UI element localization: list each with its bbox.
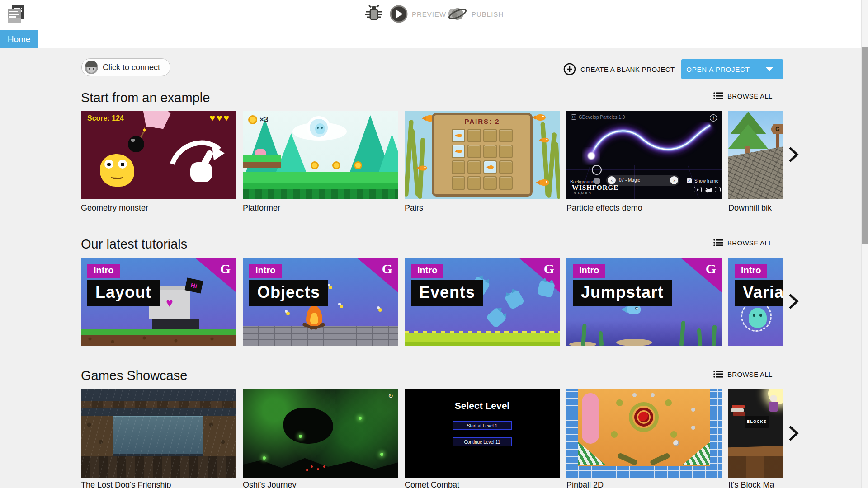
section-title-showcase: Games Showcase xyxy=(81,368,187,383)
fire-shape xyxy=(306,305,322,326)
tutorial-card-layout[interactable]: G ♥ Hi Intro Layout xyxy=(81,258,236,346)
tutorial-card-jumpstart[interactable]: G Intro Jumpstart xyxy=(566,258,722,346)
restart-icon: ↻ xyxy=(388,392,393,399)
example-card-platformer[interactable]: ×3 xyxy=(243,111,398,199)
intro-badge: Intro xyxy=(573,264,605,278)
alien-character xyxy=(315,123,325,134)
score-text: Score: 124 xyxy=(87,114,124,122)
open-project-button[interactable]: OPEN A PROJECT xyxy=(681,59,755,79)
card-label: The Lost Dog's Frienship xyxy=(81,480,171,488)
open-project-split-button: OPEN A PROJECT xyxy=(681,59,783,79)
browse-all-examples[interactable]: BROWSE ALL xyxy=(713,92,773,100)
coin-icon xyxy=(248,115,257,124)
open-project-label: OPEN A PROJECT xyxy=(686,66,750,73)
gdevelop-logo: G xyxy=(382,261,392,277)
tutorial-title: Events xyxy=(411,280,483,306)
card-label: Particle effects demo xyxy=(566,203,642,213)
example-card-geometry-monster[interactable]: Score: 124 ♥♥♥ ✶ xyxy=(81,111,236,199)
rain-overlay xyxy=(81,389,236,478)
card-label: Oshi's Journey xyxy=(243,480,297,488)
youtube-icon xyxy=(694,187,702,192)
goal-sign: G xyxy=(771,124,783,134)
publish-button[interactable]: PUBLISH xyxy=(448,4,504,24)
tutorial-card-objects[interactable]: G Intro Objects xyxy=(243,258,398,346)
create-blank-project-label: CREATE A BLANK PROJECT xyxy=(580,66,675,73)
coin-counter: ×3 xyxy=(248,115,268,124)
card-label: Downhill bik xyxy=(728,203,772,213)
tutorial-card-events[interactable]: G Intro Events xyxy=(405,258,560,346)
tab-home[interactable]: Home xyxy=(0,30,38,48)
wishforge-logo: WISHFORGE xyxy=(572,184,618,192)
preview-button[interactable]: PREVIEW xyxy=(390,4,446,24)
project-manager-button[interactable] xyxy=(5,4,25,23)
carousel-next-examples[interactable] xyxy=(788,146,799,163)
pinball-ball xyxy=(673,440,679,446)
intro-badge: Intro xyxy=(735,264,767,278)
vertical-scrollbar-thumb[interactable] xyxy=(862,47,868,244)
showcase-card-lost-dog[interactable] xyxy=(81,389,236,478)
info-icon: i xyxy=(710,114,717,122)
list-icon xyxy=(713,239,723,247)
showcase-card-pinball[interactable] xyxy=(566,389,722,478)
debug-button[interactable] xyxy=(364,4,383,24)
planet-icon xyxy=(448,5,467,23)
section-title-tutorials: Our latest tutorials xyxy=(81,237,187,252)
knob-control xyxy=(594,178,600,184)
showcase-carousel: ↻ Select Level Start at Level 1 Continue… xyxy=(0,389,783,488)
vertical-scrollbar-track[interactable] xyxy=(861,0,868,488)
carousel-next-showcase[interactable] xyxy=(788,425,799,441)
tutorial-card-variables[interactable]: +1 Intro Variab xyxy=(728,258,783,346)
lives-hearts: ♥♥♥ xyxy=(210,113,231,123)
tutorial-title: Jumpstart xyxy=(573,280,672,306)
showcase-card-comet-combat[interactable]: Select Level Start at Level 1 Continue L… xyxy=(405,389,560,478)
slime-enemy xyxy=(255,149,266,155)
browse-all-tutorials[interactable]: BROWSE ALL xyxy=(713,239,773,247)
particles-watermark: G GDevelop Particles 1.0 xyxy=(571,114,625,120)
bomb-shape xyxy=(128,136,144,152)
preview-label: PREVIEW xyxy=(412,10,446,18)
create-blank-project-button[interactable]: CREATE A BLANK PROJECT xyxy=(563,61,675,77)
play-icon xyxy=(390,5,408,23)
itch-icon xyxy=(715,187,721,192)
plus-circle-icon xyxy=(563,63,576,75)
level-menu-title: Select Level xyxy=(405,400,560,411)
intro-badge: Intro xyxy=(411,264,443,278)
character-head xyxy=(770,395,777,402)
bug-icon xyxy=(364,5,383,23)
tutorials-carousel: G ♥ Hi Intro Layout G Intro Objec xyxy=(0,258,783,346)
intro-badge: Intro xyxy=(87,264,120,278)
browse-all-label: BROWSE ALL xyxy=(727,92,773,100)
show-frame-checkbox: ✓ xyxy=(687,178,692,183)
carousel-next-tutorials[interactable] xyxy=(788,293,799,310)
blocks-sign: BLOCKS xyxy=(745,416,769,428)
showcase-card-oshi[interactable]: ↻ xyxy=(243,389,398,478)
card-label: Platformer xyxy=(243,203,280,213)
avatar-icon xyxy=(85,61,98,74)
connect-button[interactable]: Click to connect xyxy=(81,58,170,76)
card-label: Comet Combat xyxy=(405,480,459,488)
show-frame-label: Show frame xyxy=(694,178,718,183)
browse-all-label: BROWSE ALL xyxy=(727,239,773,247)
card-label: Geometry monster xyxy=(81,203,148,213)
browse-all-showcase[interactable]: BROWSE ALL xyxy=(713,370,773,378)
tutorial-title: Variab xyxy=(735,280,783,306)
ghost-character xyxy=(749,308,767,328)
next-effect-icon: › xyxy=(670,176,678,184)
list-icon xyxy=(713,92,723,100)
example-card-particle-effects[interactable]: G GDevelop Particles 1.0 i Background ‹ … xyxy=(566,111,722,199)
showcase-card-blocks[interactable]: BLOCKS xyxy=(728,389,783,478)
gdevelop-logo: G xyxy=(220,261,231,277)
character-body xyxy=(769,402,778,412)
continue-level-button: Continue Level 11 xyxy=(453,437,512,446)
card-label: Pairs xyxy=(405,203,423,213)
example-card-pairs[interactable]: PAIRS: 2 xyxy=(405,111,560,199)
chevron-down-icon xyxy=(766,67,773,71)
pinball-table xyxy=(578,389,710,466)
open-project-dropdown-button[interactable] xyxy=(755,59,783,79)
hand-cursor-icon xyxy=(167,132,235,191)
gdevelop-home-screen: PREVIEW PUBLISH Home Click to connect CR… xyxy=(0,0,868,488)
player-bubble xyxy=(307,116,330,140)
intro-badge: Intro xyxy=(249,264,282,278)
card-label: It's Block Ma xyxy=(728,480,774,488)
example-card-downhill[interactable]: G xyxy=(728,111,783,199)
